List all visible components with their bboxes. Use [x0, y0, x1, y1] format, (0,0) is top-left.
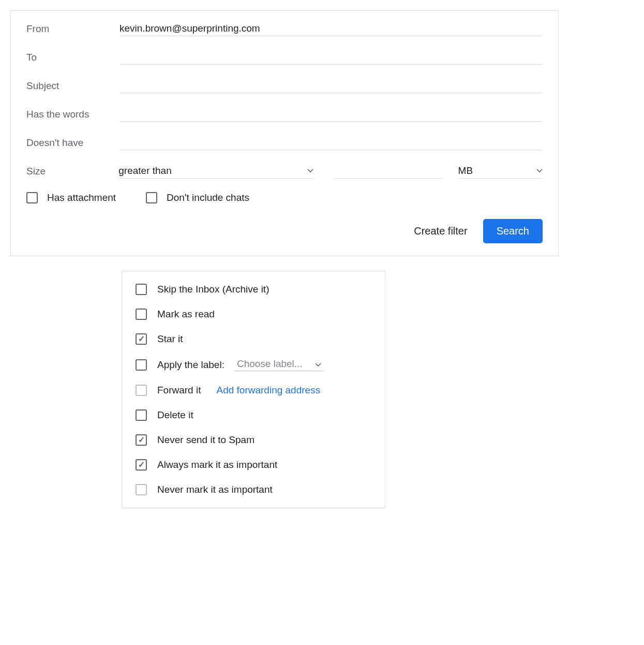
- add-forwarding-link[interactable]: Add forwarding address: [216, 385, 320, 396]
- star-it-label: Star it: [157, 333, 183, 345]
- delete-it-row: Delete it: [136, 409, 371, 421]
- caret-down-icon: [307, 169, 313, 173]
- extra-checks-row: Has attachment Don't include chats: [26, 192, 543, 203]
- never-important-checkbox[interactable]: [136, 484, 147, 495]
- size-unit-select[interactable]: MB: [458, 164, 543, 179]
- caret-down-icon: [536, 169, 543, 173]
- skip-inbox-label: Skip the Inbox (Archive it): [157, 284, 269, 295]
- subject-label: Subject: [26, 80, 119, 92]
- always-important-label: Always mark it as important: [157, 459, 277, 471]
- doesnt-have-label: Doesn't have: [26, 137, 119, 149]
- has-attachment-label: Has attachment: [47, 192, 116, 203]
- subject-row: Subject: [26, 78, 543, 93]
- forward-it-label: Forward it: [157, 385, 201, 396]
- create-filter-button[interactable]: Create filter: [414, 225, 467, 237]
- skip-inbox-checkbox[interactable]: [136, 284, 147, 295]
- size-label: Size: [26, 166, 118, 177]
- never-spam-checkbox[interactable]: [136, 434, 147, 446]
- mark-read-row: Mark as read: [136, 309, 371, 320]
- has-words-label: Has the words: [26, 109, 119, 120]
- from-row: From: [26, 21, 543, 36]
- choose-label-text: Choose label...: [237, 358, 303, 370]
- delete-it-label: Delete it: [157, 409, 193, 421]
- caret-down-icon: [315, 358, 321, 370]
- always-important-checkbox[interactable]: [136, 459, 147, 471]
- form-actions: Create filter Search: [26, 219, 543, 243]
- apply-label-text: Apply the label:: [157, 359, 224, 371]
- size-unit-value: MB: [458, 164, 473, 178]
- to-label: To: [26, 52, 119, 63]
- mark-read-label: Mark as read: [157, 309, 215, 320]
- delete-it-checkbox[interactable]: [136, 409, 147, 421]
- size-comparator-value: greater than: [118, 164, 171, 178]
- to-input[interactable]: [119, 50, 543, 65]
- mark-read-checkbox[interactable]: [136, 309, 147, 320]
- search-filter-panel: From To Subject Has the words Doesn't ha…: [10, 10, 559, 256]
- star-it-row: Star it: [136, 333, 371, 345]
- has-words-row: Has the words: [26, 107, 543, 122]
- has-words-input[interactable]: [119, 107, 543, 122]
- skip-inbox-row: Skip the Inbox (Archive it): [136, 284, 371, 295]
- doesnt-have-input[interactable]: [119, 135, 543, 150]
- dont-include-chats-checkbox[interactable]: [146, 192, 157, 203]
- size-value-input[interactable]: [334, 164, 443, 179]
- never-spam-row: Never send it to Spam: [136, 434, 371, 446]
- apply-label-checkbox[interactable]: [136, 359, 147, 371]
- choose-label-select[interactable]: Choose label...: [235, 358, 323, 371]
- star-it-checkbox[interactable]: [136, 333, 147, 345]
- apply-label-row: Apply the label: Choose label...: [136, 358, 371, 371]
- from-input[interactable]: [119, 21, 543, 36]
- to-row: To: [26, 50, 543, 65]
- subject-input[interactable]: [119, 78, 543, 93]
- always-important-row: Always mark it as important: [136, 459, 371, 471]
- never-important-label: Never mark it as important: [157, 484, 273, 495]
- search-button[interactable]: Search: [483, 219, 543, 243]
- dont-include-chats-label: Don't include chats: [167, 192, 249, 203]
- from-label: From: [26, 23, 119, 35]
- size-comparator-select[interactable]: greater than: [118, 164, 313, 179]
- never-spam-label: Never send it to Spam: [157, 434, 254, 446]
- forward-it-checkbox[interactable]: [136, 385, 147, 396]
- has-attachment-checkbox[interactable]: [26, 192, 38, 203]
- never-important-row: Never mark it as important: [136, 484, 371, 495]
- forward-it-row: Forward it Add forwarding address: [136, 385, 371, 396]
- doesnt-have-row: Doesn't have: [26, 135, 543, 150]
- size-row: Size greater than MB: [26, 164, 543, 179]
- filter-actions-panel: Skip the Inbox (Archive it) Mark as read…: [122, 271, 385, 508]
